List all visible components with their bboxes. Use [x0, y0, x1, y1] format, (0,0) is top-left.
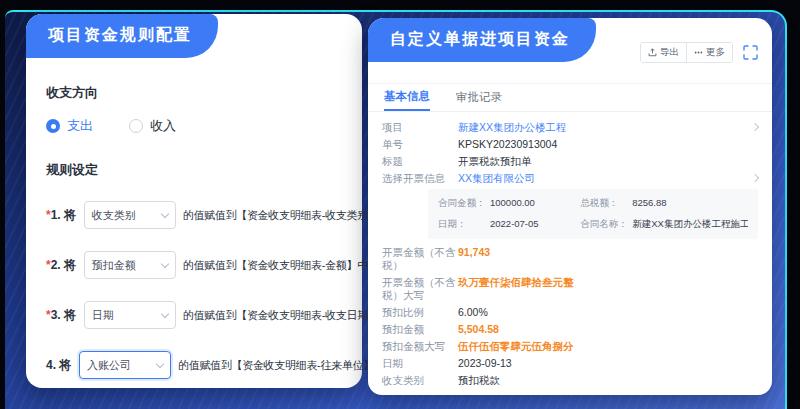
direction-radio-group: 支出 收入: [46, 117, 354, 135]
rule-suffix-text: 的值赋值到【资金收支明细表-收支类别】中: [183, 208, 390, 223]
export-icon: [648, 48, 657, 57]
toolbar: 导出 更多: [640, 42, 758, 63]
field-row-withhold-amount: 预扣金额 5,504.58: [382, 323, 758, 336]
field-label: 标题: [382, 155, 458, 168]
radio-label: 支出: [67, 117, 93, 135]
field-label: 预扣比例: [382, 306, 458, 319]
field-row-invoice-amount: 开票金额（不含税） 91,743: [382, 246, 758, 272]
radio-selected-icon[interactable]: [46, 119, 60, 133]
rule-row-2: * 2. 将 预扣金额 的值赋值到【资金收支明细表-金额】中: [46, 251, 354, 279]
more-button[interactable]: 更多: [686, 43, 732, 62]
field-label: 预扣金额: [382, 323, 458, 336]
contract-date-label: 日期：: [438, 218, 490, 231]
more-icon: [694, 48, 703, 57]
chevron-down-icon: [160, 259, 168, 267]
contract-tax-value: 8256.88: [632, 197, 666, 210]
field-row-project: 项目 新建XX集团办公楼工程: [382, 121, 758, 134]
stage: 项目资金规则配置 收支方向 支出 收入 规则设定 * 1. 将: [0, 0, 800, 409]
rule-row-1: * 1. 将 收支类别 的值赋值到【资金收支明细表-收支类别】中: [46, 201, 354, 229]
rule-suffix-text: 的值赋值到【资金收支明细表-收支日期】中: [183, 308, 390, 323]
field-value-orange: 91,743: [458, 246, 758, 259]
field-label: 开票金额（不含税）: [382, 246, 458, 272]
select-value: 入账公司: [87, 358, 131, 373]
export-button[interactable]: 导出: [641, 43, 686, 62]
invoice-info-link[interactable]: XX集团有限公司: [458, 172, 752, 185]
direction-section-label: 收支方向: [46, 84, 354, 102]
rule-row-4: 4. 将 入账公司 的值赋值到【资金收支明细表-往来单位】中: [46, 351, 354, 379]
contract-tax-label: 总税额：: [580, 197, 632, 210]
field-row-category: 收支类别 预扣税款: [382, 374, 758, 387]
contract-info-box: 合同金额： 100000.00 总税额： 8256.88 日期： 2022-07…: [428, 189, 758, 239]
left-panel-title: 项目资金规则配置: [26, 14, 218, 58]
tab-approval-record[interactable]: 审批记录: [456, 84, 502, 111]
tab-bar: 基本信息 审批记录: [368, 84, 772, 112]
field-row-invoice-info: 选择开票信息 XX集团有限公司: [382, 172, 758, 185]
toolbar-button-group: 导出 更多: [640, 42, 733, 63]
contract-tax: 总税额： 8256.88: [580, 197, 748, 210]
field-row-date: 日期 2023-09-13: [382, 357, 758, 370]
field-value: KPSKY20230913004: [458, 138, 758, 151]
rule-field-select-2[interactable]: 预扣金额: [84, 251, 176, 279]
panel-fund-rule-config: 项目资金规则配置 收支方向 支出 收入 规则设定 * 1. 将: [26, 14, 362, 388]
field-value-orange: 玖万壹仟柒佰肆拾叁元整: [458, 276, 758, 289]
radio-option-expenditure[interactable]: 支出: [46, 117, 93, 135]
field-value: 2023-09-13: [458, 357, 758, 370]
field-label: 选择开票信息: [382, 172, 458, 185]
field-row-doc-no: 单号 KPSKY20230913004: [382, 138, 758, 151]
panel-custom-document: 自定义单据进项目资金 导出 更多: [368, 18, 772, 395]
contract-amount: 合同金额： 100000.00: [438, 197, 572, 210]
field-value: 开票税款预扣单: [458, 155, 758, 168]
field-value: 预扣税款: [458, 374, 758, 387]
contract-name-label: 合同名称：: [580, 218, 632, 231]
field-label: 日期: [382, 357, 458, 370]
contract-name-value: 新建XX集团办公楼工程施工总承包合同: [632, 218, 748, 231]
rule-number: 3.: [51, 308, 61, 322]
tab-basic-info[interactable]: 基本信息: [384, 84, 430, 111]
rule-row-3: * 3. 将 日期 的值赋值到【资金收支明细表-收支日期】中: [46, 301, 354, 329]
contract-amount-value: 100000.00: [490, 197, 535, 210]
field-row-withhold-ratio: 预扣比例 6.00%: [382, 306, 758, 319]
right-panel-header: 自定义单据进项目资金 导出 更多: [368, 18, 772, 84]
rule-field-select-4[interactable]: 入账公司: [79, 351, 171, 379]
rule-verb: 将: [59, 357, 71, 374]
rule-suffix-text: 的值赋值到【资金收支明细表-往来单位】中: [178, 358, 385, 373]
fullscreen-button[interactable]: [742, 45, 758, 61]
rules-section-label: 规则设定: [46, 161, 354, 179]
radio-unselected-icon[interactable]: [129, 119, 143, 133]
contract-name: 合同名称： 新建XX集团办公楼工程施工总承包合同: [580, 218, 748, 231]
rule-field-select-1[interactable]: 收支类别: [84, 201, 176, 229]
field-label: 项目: [382, 121, 458, 134]
field-value-orange: 5,504.58: [458, 323, 758, 336]
rule-verb: 将: [64, 207, 76, 224]
project-link[interactable]: 新建XX集团办公楼工程: [458, 121, 752, 134]
chevron-down-icon: [160, 209, 168, 217]
select-value: 收支类别: [92, 208, 136, 223]
rule-verb: 将: [64, 307, 76, 324]
field-row-title: 标题 开票税款预扣单: [382, 155, 758, 168]
field-label: 收支类别: [382, 374, 458, 387]
right-panel-title: 自定义单据进项目资金: [368, 18, 596, 62]
field-value: 6.00%: [458, 306, 758, 319]
contract-amount-label: 合同金额：: [438, 197, 490, 210]
radio-label: 收入: [150, 117, 176, 135]
chevron-down-icon: [160, 309, 168, 317]
detail-form: 项目 新建XX集团办公楼工程 单号 KPSKY20230913004 标题 开票…: [368, 112, 772, 387]
chevron-right-icon[interactable]: [751, 174, 759, 182]
fullscreen-icon: [743, 45, 758, 60]
rule-suffix-text: 的值赋值到【资金收支明细表-金额】中: [183, 258, 368, 273]
chevron-right-icon[interactable]: [751, 123, 759, 131]
rule-number: 2.: [51, 258, 61, 272]
select-value: 预扣金额: [92, 258, 136, 273]
select-value: 日期: [92, 308, 114, 323]
field-value-orange: 伍仟伍佰零肆元伍角捌分: [458, 340, 758, 353]
rule-number: 1.: [51, 208, 61, 222]
radio-option-income[interactable]: 收入: [129, 117, 176, 135]
rule-number: 4.: [46, 358, 56, 372]
rule-verb: 将: [64, 257, 76, 274]
field-label: 开票金额（不含税）大写: [382, 276, 458, 302]
field-label: 单号: [382, 138, 458, 151]
rule-field-select-3[interactable]: 日期: [84, 301, 176, 329]
field-label: 预扣金额大写: [382, 340, 458, 353]
field-row-invoice-amount-caps: 开票金额（不含税）大写 玖万壹仟柒佰肆拾叁元整: [382, 276, 758, 302]
chevron-down-icon: [156, 359, 164, 367]
